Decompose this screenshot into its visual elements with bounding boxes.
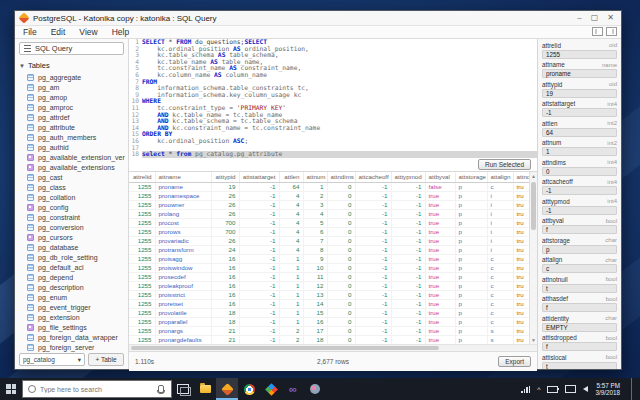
cell-attnotn[interactable]: tru — [513, 236, 529, 245]
cell-attnum[interactable]: 15 — [303, 308, 327, 317]
cell-attlen[interactable]: 1 — [279, 254, 303, 263]
cell-attstattarget[interactable]: -1 — [239, 317, 279, 326]
sidebar-item-pg_extension[interactable]: pg_extension — [27, 312, 128, 322]
cell-attlen[interactable]: 4 — [279, 209, 303, 218]
cell-attndims[interactable]: 0 — [327, 308, 355, 317]
column-header-atttypmod[interactable]: atttypmod — [391, 172, 425, 182]
sidebar-item-pg_db_role_setting[interactable]: pg_db_role_setting — [27, 252, 128, 262]
sidebar-item-sql-query[interactable]: SQL Query — [19, 42, 124, 55]
cell-attrelid[interactable]: 1255 — [129, 209, 155, 218]
sidebar-item-pg_foreign_data_wrapper[interactable]: pg_foreign_data_wrapper — [27, 332, 128, 342]
cell-atttypmod[interactable]: -1 — [391, 236, 425, 245]
cell-attbyval[interactable]: true — [425, 299, 455, 308]
cell-attstorage[interactable]: p — [455, 299, 487, 308]
cell-atttypid[interactable]: 700 — [211, 227, 239, 236]
cell-attndims[interactable]: 0 — [327, 326, 355, 335]
cell-attndims[interactable]: 0 — [327, 191, 355, 200]
column-header-attname[interactable]: attname — [155, 172, 211, 182]
cell-attnum[interactable]: 1 — [303, 182, 327, 191]
sidebar-item-pg_amproc[interactable]: pg_amproc — [27, 102, 128, 112]
run-selected-button[interactable]: Run Selected — [478, 159, 531, 170]
column-header-attnotn[interactable]: attnotn — [513, 172, 529, 182]
field-value-input[interactable]: t — [542, 362, 617, 370]
cell-attnum[interactable]: 3 — [303, 200, 327, 209]
cell-attalign[interactable]: i — [487, 209, 513, 218]
start-button[interactable] — [0, 378, 22, 400]
cell-attndims[interactable]: 0 — [327, 200, 355, 209]
diamond-app-button[interactable] — [260, 378, 282, 400]
field-value-input[interactable]: t — [542, 284, 617, 293]
cell-attalign[interactable]: i — [487, 191, 513, 200]
cell-attname[interactable]: procost — [155, 218, 211, 227]
cell-attnum[interactable]: 2 — [303, 191, 327, 200]
cell-attbyval[interactable]: true — [425, 272, 455, 281]
table-row[interactable]: 1255proiswindow16-11100-1-1truepctru — [129, 263, 529, 272]
cell-attrelid[interactable]: 1255 — [129, 200, 155, 209]
cell-attstorage[interactable]: p — [455, 272, 487, 281]
cell-attalign[interactable]: s — [487, 335, 513, 344]
menu-view[interactable]: View — [79, 27, 97, 37]
table-row[interactable]: 1255proisstrict16-11130-1-1truepctru — [129, 290, 529, 299]
toggle-left-panel-button[interactable] — [592, 27, 603, 36]
cell-attrelid[interactable]: 1255 — [129, 290, 155, 299]
menu-file[interactable]: File — [23, 27, 37, 37]
column-header-attnum[interactable]: attnum — [303, 172, 327, 182]
cell-attrelid[interactable]: 1255 — [129, 245, 155, 254]
cell-attndims[interactable]: 0 — [327, 281, 355, 290]
menu-help[interactable]: Help — [112, 27, 129, 37]
cell-attstorage[interactable]: p — [455, 335, 487, 344]
cell-attrelid[interactable]: 1255 — [129, 236, 155, 245]
cell-attrelid[interactable]: 1255 — [129, 191, 155, 200]
table-row[interactable]: 1255provolatile18-11150-1-1truepctru — [129, 308, 529, 317]
taskbar-search-input[interactable]: Type here to search — [22, 380, 172, 398]
cell-attcacheoff[interactable]: -1 — [355, 191, 391, 200]
cell-atttypmod[interactable]: -1 — [391, 326, 425, 335]
cell-attlen[interactable]: 4 — [279, 191, 303, 200]
cell-attlen[interactable]: 2 — [279, 335, 303, 344]
cell-attnotn[interactable]: tru — [513, 326, 529, 335]
cell-attnotn[interactable]: tru — [513, 191, 529, 200]
cell-attstattarget[interactable]: -1 — [239, 281, 279, 290]
table-row[interactable]: 1255provariadic26-1470-1-1truepitru — [129, 236, 529, 245]
cell-attstorage[interactable]: p — [455, 317, 487, 326]
cell-attnotn[interactable]: tru — [513, 227, 529, 236]
visual-studio-button[interactable]: ∞ — [282, 378, 304, 400]
cell-attrelid[interactable]: 1255 — [129, 272, 155, 281]
cell-attlen[interactable]: 2 — [279, 326, 303, 335]
microphone-icon[interactable] — [158, 385, 164, 393]
cell-attstorage[interactable]: p — [455, 236, 487, 245]
cell-atttypmod[interactable]: -1 — [391, 227, 425, 236]
sql-editor[interactable]: 1SELECT * FROM do_questions;SELECT2 kc.o… — [129, 39, 537, 158]
cell-attnum[interactable]: 17 — [303, 326, 327, 335]
sidebar-item-pg_event_trigger[interactable]: pg_event_trigger — [27, 302, 128, 312]
postgres-app-button[interactable] — [216, 378, 238, 400]
cell-attrelid[interactable]: 1255 — [129, 326, 155, 335]
pgadmin-button[interactable] — [304, 378, 326, 400]
cell-attbyval[interactable]: true — [425, 218, 455, 227]
cell-attnum[interactable]: 5 — [303, 218, 327, 227]
cell-attname[interactable]: pronamespace — [155, 191, 211, 200]
column-header-atttypid[interactable]: atttypid — [211, 172, 239, 182]
close-button[interactable]: ✕ — [607, 14, 614, 22]
cell-attcacheoff[interactable]: -1 — [355, 326, 391, 335]
cell-attname[interactable]: proleakproof — [155, 281, 211, 290]
cell-attbyval[interactable]: true — [425, 290, 455, 299]
sidebar-item-pg_conversion[interactable]: pg_conversion — [27, 222, 128, 232]
cell-attcacheoff[interactable]: -1 — [355, 209, 391, 218]
cell-atttypid[interactable]: 16 — [211, 299, 239, 308]
cell-attnum[interactable]: 4 — [303, 209, 327, 218]
cell-atttypmod[interactable]: -1 — [391, 281, 425, 290]
cell-attbyval[interactable]: true — [425, 209, 455, 218]
column-header-attstorage[interactable]: attstorage — [455, 172, 487, 182]
chrome-button[interactable] — [238, 378, 260, 400]
cell-atttypid[interactable]: 21 — [211, 326, 239, 335]
cell-atttypid[interactable]: 26 — [211, 191, 239, 200]
cell-attlen[interactable]: 4 — [279, 227, 303, 236]
field-value-input[interactable]: 19 — [542, 89, 617, 98]
cell-attnum[interactable]: 9 — [303, 254, 327, 263]
cell-attbyval[interactable]: true — [425, 236, 455, 245]
cell-attname[interactable]: provariadic — [155, 236, 211, 245]
cell-attndims[interactable]: 0 — [327, 182, 355, 191]
schema-selector[interactable]: pg_catalog ▾ — [19, 353, 85, 366]
export-button[interactable]: Export — [498, 356, 531, 367]
